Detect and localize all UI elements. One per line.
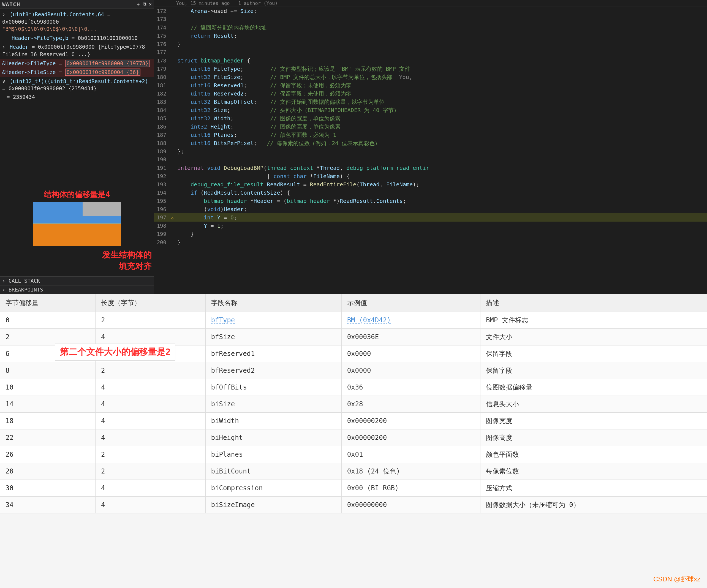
code-editor: You, 15 minutes ago | 1 author (You) 172…: [154, 0, 707, 294]
cell-name: biPlanes: [205, 446, 341, 463]
cell-desc: 信息头大小: [480, 396, 707, 413]
table-row: 18 4 biWidth 0x00000200 图像宽度: [0, 413, 707, 429]
watch-toolbar: ＋ ⧉ ✕: [136, 1, 152, 8]
cell-value: 0x00000200: [341, 413, 480, 429]
watch-item-highlighted[interactable]: &Header->FileType = 0x000001f0c9980000 {…: [0, 59, 154, 68]
cell-name: bfReserved2: [205, 362, 341, 379]
cell-offset: 28: [0, 463, 96, 480]
col-header-offset: 字节偏移量: [0, 294, 96, 312]
cell-value: 0x00036E: [341, 329, 480, 345]
cell-value: 0x18 (24 位色): [341, 463, 480, 480]
breakpoints-header[interactable]: › BREAKPOINTS: [0, 285, 154, 294]
code-line: 200 }: [154, 238, 707, 246]
code-line-current: 197 ⬦ int Y = 0;: [154, 213, 707, 221]
code-lines: 172 Arena->used += Size; 173 174 // 返回新分…: [154, 7, 707, 246]
current-line-arrow: ⬦: [171, 213, 176, 221]
cell-name: bfOffBits: [205, 379, 341, 396]
cell-offset: 0: [0, 312, 96, 329]
cell-length: 2: [96, 312, 205, 329]
table-row: 30 4 biCompression 0x00 (BI_RGB) 压缩方式: [0, 480, 707, 496]
code-line: 181 uint16 Reserved1; // 保留字段；未使用，必须为零: [154, 81, 707, 90]
col-header-value: 示例值: [341, 294, 480, 312]
cell-desc: 图像宽度: [480, 413, 707, 429]
cell-name: biCompression: [205, 480, 341, 496]
code-line: 182 uint16 Reserved2; // 保留字段；未使用，必须为零: [154, 90, 707, 98]
cell-desc: 颜色平面数: [480, 446, 707, 463]
cell-length: 4: [96, 396, 205, 413]
table-container: 字节偏移量 长度（字节） 字段名称 示例值 描述 0 2 bfType BM (…: [0, 294, 707, 588]
cell-desc: 文件大小: [480, 329, 707, 345]
cell-length: 2: [96, 446, 205, 463]
cell-length: 2: [96, 362, 205, 379]
cell-offset: 18: [0, 413, 96, 429]
cell-length: 4: [96, 480, 205, 496]
table-row: 22 4 biHeight 0x00000200 图像高度: [0, 429, 707, 446]
cell-offset: 2 ←: [0, 329, 96, 345]
cell-length: 4: [96, 379, 205, 396]
col-header-desc: 描述: [480, 294, 707, 312]
code-line: 186 int32 Height; // 图像的高度，单位为像素: [154, 123, 707, 131]
cell-value: 0x28: [341, 396, 480, 413]
code-line: 177: [154, 48, 707, 57]
add-watch-icon[interactable]: ＋: [136, 1, 141, 8]
csdn-watermark: CSDN @虾球xz: [653, 575, 700, 584]
remove-watch-icon[interactable]: ✕: [149, 1, 152, 8]
code-line: 188 uint16 BitsPerPixel; // 每像素的位数（例如，24…: [154, 139, 707, 147]
code-line: 183 uint32 BitmapOffset; // 文件开始到图数据的偏移量…: [154, 98, 707, 106]
table-header-row: 字节偏移量 长度（字节） 字段名称 示例值 描述: [0, 294, 707, 312]
code-line: 178 struct bitmap_header {: [154, 57, 707, 65]
cell-name: biSize: [205, 396, 341, 413]
code-line: 193 debug_read_file_result ReadResult = …: [154, 180, 707, 188]
code-line: 191 internal void DebugLoadBMP(thread_co…: [154, 164, 707, 172]
diagram-label: 结构体的偏移量是4: [2, 189, 152, 200]
watch-item-expanded[interactable]: ∨ (uint32_t*)((uint8_t*)ReadResult.Conte…: [0, 77, 154, 93]
table-row: 26 2 biPlanes 0x01 颜色平面数: [0, 446, 707, 463]
cell-length: 4: [96, 413, 205, 429]
call-stack-header[interactable]: › CALL STACK: [0, 276, 154, 285]
code-line: 187 uint16 Planes; // 颜色平面数，必须为 1: [154, 131, 707, 139]
watch-item[interactable]: › (uint8*)ReadResult.Contents,64 = 0x000…: [0, 10, 154, 34]
bmp-table: 字节偏移量 长度（字节） 字段名称 示例值 描述 0 2 bfType BM (…: [0, 294, 707, 513]
expand-arrow: ›: [2, 11, 8, 18]
cell-name: biBitCount: [205, 463, 341, 480]
code-line: 185 uint32 Width; // 图像的宽度，单位为像素: [154, 114, 707, 123]
table-row: 8 2 bfReserved2 0x0000 保留字段: [0, 362, 707, 379]
cell-offset: 8: [0, 362, 96, 379]
cell-value: 0x36: [341, 379, 480, 396]
cell-offset: 22: [0, 429, 96, 446]
code-line: 184 uint32 Size; // 头部大小（BITMAPINFOHEADE…: [154, 106, 707, 114]
watch-expression: (uint8*)ReadResult.Contents,64: [10, 11, 104, 18]
code-line: 179 uint16 FileType; // 文件类型标识；应该是 'BM' …: [154, 65, 707, 73]
watch-header: WATCH ＋ ⧉ ✕: [0, 0, 154, 9]
watch-item[interactable]: Header->FileType,b = 0b01001101001000010: [0, 34, 154, 43]
table-row: 34 4 biSizeImage 0x00000000 图像数据大小（未压缩可为…: [0, 496, 707, 513]
cell-offset: 26: [0, 446, 96, 463]
code-line: 195 bitmap_header *Header = (bitmap_head…: [154, 197, 707, 205]
code-line: 173: [154, 15, 707, 24]
copy-watch-icon[interactable]: ⧉: [143, 1, 146, 8]
cell-desc: 图像高度: [480, 429, 707, 446]
code-line: 175 return Result;: [154, 32, 707, 40]
watch-title: WATCH: [2, 1, 20, 8]
code-line: 196 (void)Header;: [154, 205, 707, 213]
cell-desc: 压缩方式: [480, 480, 707, 496]
cell-length: 4: [96, 429, 205, 446]
code-line: 189 };: [154, 147, 707, 155]
mem-orange-block: [33, 224, 121, 246]
code-line: 192 | const char *FileName) {: [154, 172, 707, 180]
table-row: 10 4 bfOffBits 0x36 位图数据偏移量: [0, 379, 707, 396]
cell-offset: 30: [0, 480, 96, 496]
watch-item[interactable]: › Header = 0x000001f0c9980000 {FileType=…: [0, 42, 154, 59]
watch-items-list: › (uint8*)ReadResult.Contents,64 = 0x000…: [0, 9, 154, 185]
watch-item-highlighted[interactable]: &Header->FileSize = 0x000001f0c9980004 {…: [0, 68, 154, 77]
cell-desc: BMP 文件标志: [480, 312, 707, 329]
cell-value: 0x0000: [341, 362, 480, 379]
cell-value: 0x00000200: [341, 429, 480, 446]
code-line: 172 Arena->used += Size;: [154, 7, 707, 15]
cell-value: 0x01: [341, 446, 480, 463]
cell-desc: 位图数据偏移量: [480, 379, 707, 396]
cell-name: bfSize: [205, 329, 341, 345]
code-line: 194 if (ReadResult.ContentsSize) {: [154, 188, 707, 197]
cell-offset: 14: [0, 396, 96, 413]
code-panel: You, 15 minutes ago | 1 author (You) 172…: [154, 0, 707, 294]
